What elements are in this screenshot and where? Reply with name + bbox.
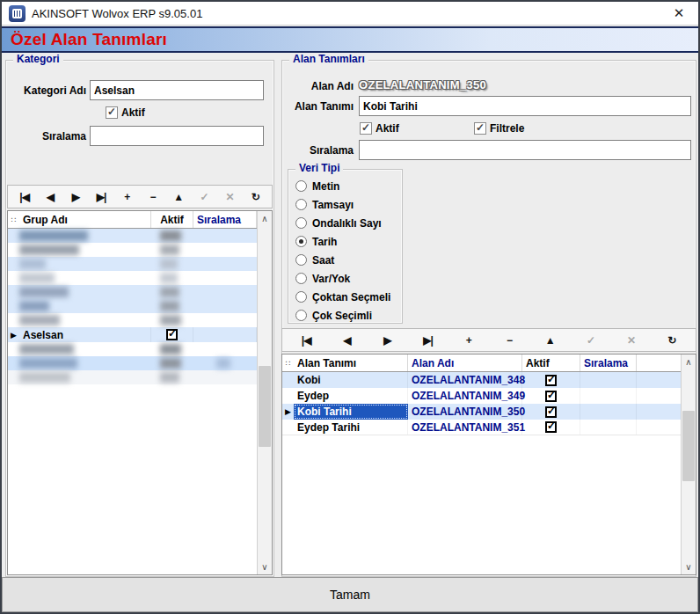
col-siralama[interactable]: Sıralama (580, 355, 637, 371)
table-row[interactable] (8, 285, 257, 299)
siralama-cell[interactable] (193, 327, 257, 342)
nav-cancel-button[interactable]: ✕ (622, 330, 641, 351)
table-row[interactable] (8, 299, 257, 313)
alan-tanimi-input[interactable] (359, 96, 691, 116)
nav-last-button[interactable]: ▶| (91, 186, 111, 208)
table-row[interactable] (8, 243, 257, 257)
nav-next-button[interactable]: ▶ (66, 186, 85, 208)
grid-checkbox-checked[interactable]: ✓ (545, 406, 557, 418)
nav-insert-button[interactable]: + (459, 330, 478, 351)
radio-cok-secimli[interactable]: Çok Seçimli (295, 306, 390, 325)
siralama-cell[interactable] (580, 420, 637, 435)
page-header: Özel Alan Tanımları (2, 26, 698, 53)
alan-adi-cell[interactable]: OZELALANTANIM_350 (408, 404, 522, 420)
nav-post-button[interactable]: ✓ (580, 330, 600, 351)
table-row[interactable] (8, 271, 257, 285)
kategori-adi-input[interactable] (90, 80, 264, 100)
nav-insert-button[interactable]: + (117, 186, 136, 208)
close-icon[interactable]: ✕ (667, 5, 691, 21)
check-icon: ✓ (547, 373, 556, 385)
kategori-grid: ∷ Grup Adı Aktif Sıralama ▶ Aselsan ✓ ∧ (7, 210, 273, 575)
nav-first-button[interactable]: |◀ (15, 186, 34, 208)
nav-next-button[interactable]: ▶ (377, 330, 397, 351)
nav-edit-button[interactable]: ▲ (540, 330, 559, 351)
nav-edit-button[interactable]: ▲ (169, 186, 188, 208)
nav-last-button[interactable]: ▶| (419, 330, 438, 351)
alan-aktif-checkbox[interactable]: ✓ Aktif (360, 122, 399, 135)
alan-adi-cell[interactable]: OZELALANTANIM_349 (408, 388, 522, 404)
table-row[interactable] (8, 370, 257, 384)
grid-checkbox-checked[interactable]: ✓ (545, 421, 557, 433)
grid-checkbox-checked[interactable]: ✓ (545, 391, 557, 402)
radio-var-yok[interactable]: Var/Yok (295, 269, 390, 288)
table-row[interactable]: Eydep Tarihi OZELALANTANIM_351 ✓ (282, 420, 681, 435)
filtrele-checkbox[interactable]: ✓ Filtrele (474, 122, 524, 135)
kategori-selected-row[interactable]: ▶ Aselsan ✓ (8, 327, 257, 342)
radio-saat[interactable]: Saat (295, 251, 390, 269)
col-aktif[interactable]: Aktif (522, 355, 580, 371)
aktif-cell[interactable]: ✓ (522, 372, 580, 388)
table-row[interactable] (8, 342, 257, 356)
alan-adi-cell[interactable]: OZELALANTANIM_348 (408, 372, 522, 388)
nav-first-button[interactable]: |◀ (296, 330, 316, 351)
nav-prev-button[interactable]: ◀ (40, 186, 60, 208)
check-icon: ✓ (547, 405, 556, 417)
grup-adi-cell[interactable]: Aselsan (19, 327, 151, 342)
siralama-cell[interactable] (580, 372, 637, 388)
aktif-cell[interactable]: ✓ (522, 420, 580, 435)
scrollbar-thumb[interactable] (682, 411, 695, 481)
table-row[interactable] (8, 313, 257, 327)
aktif-cell[interactable]: ✓ (522, 388, 580, 404)
siralama-cell[interactable] (580, 388, 637, 404)
checkbox-box: ✓ (474, 122, 486, 135)
col-aktif[interactable]: Aktif (151, 211, 193, 228)
nav-refresh-button[interactable]: ↻ (662, 330, 682, 351)
nav-prev-button[interactable]: ◀ (337, 330, 356, 351)
alan-tanimi-cell[interactable]: Eydep (294, 388, 408, 404)
nav-cancel-button[interactable]: ✕ (220, 186, 239, 208)
table-row[interactable] (8, 257, 257, 271)
alan-grid-scrollbar[interactable]: ∧ ∨ (681, 355, 696, 574)
grid-checkbox-checked[interactable]: ✓ (166, 329, 178, 340)
kategori-aktif-checkbox[interactable]: ✓ Aktif (106, 106, 145, 119)
checkbox-box: ✓ (106, 106, 118, 119)
table-row[interactable] (8, 356, 257, 370)
siralama-cell[interactable] (580, 404, 637, 420)
radio-ondalikli-sayi[interactable]: Ondalıklı Sayı (295, 214, 390, 232)
scroll-down-icon[interactable]: ∨ (682, 559, 696, 574)
kategori-siralama-input[interactable] (90, 126, 264, 146)
radio-metin[interactable]: Metin (295, 177, 390, 195)
alan-selected-row[interactable]: ▶ Kobi Tarihi OZELALANTANIM_350 ✓ (282, 404, 681, 420)
nav-delete-button[interactable]: − (499, 330, 519, 351)
alan-tanimi-cell[interactable]: Kobi (294, 372, 408, 388)
tamam-button[interactable]: Tamam (2, 577, 698, 612)
scroll-down-icon[interactable]: ∨ (258, 559, 272, 574)
col-alan-adi[interactable]: Alan Adı (408, 355, 522, 371)
table-row[interactable]: Eydep OZELALANTANIM_349 ✓ (282, 388, 681, 404)
kategori-grid-scrollbar[interactable]: ∧ ∨ (257, 211, 272, 574)
alan-adi-cell[interactable]: OZELALANTANIM_351 (408, 420, 522, 435)
alan-tanimi-cell-selected[interactable]: Kobi Tarihi (294, 404, 408, 420)
radio-tarih[interactable]: Tarih (295, 232, 390, 251)
radio-selected-icon (295, 236, 307, 247)
table-row[interactable]: Kobi OZELALANTANIM_348 ✓ (282, 372, 681, 388)
col-siralama[interactable]: Sıralama (193, 211, 257, 228)
scroll-up-icon[interactable]: ∧ (258, 211, 272, 226)
alan-siralama-input[interactable] (359, 140, 691, 160)
table-row[interactable] (8, 229, 257, 243)
aktif-cell[interactable]: ✓ (522, 404, 580, 420)
col-grup-adi[interactable]: Grup Adı (19, 211, 151, 228)
nav-refresh-button[interactable]: ↻ (245, 186, 265, 208)
scroll-up-icon[interactable]: ∧ (682, 355, 696, 369)
nav-delete-button[interactable]: − (143, 186, 163, 208)
row-marker-icon: ▶ (11, 331, 17, 340)
aktif-cell[interactable]: ✓ (151, 327, 193, 342)
radio-icon (295, 199, 307, 210)
nav-post-button[interactable]: ✓ (194, 186, 214, 208)
grid-checkbox-checked[interactable]: ✓ (545, 375, 557, 386)
radio-coktan-secmeli[interactable]: Çoktan Seçmeli (295, 288, 390, 306)
alan-tanimi-cell[interactable]: Eydep Tarihi (294, 420, 408, 435)
radio-tamsayi[interactable]: Tamsayı (295, 195, 390, 214)
scrollbar-thumb[interactable] (259, 366, 271, 447)
col-alan-tanimi[interactable]: Alan Tanımı (294, 355, 408, 371)
